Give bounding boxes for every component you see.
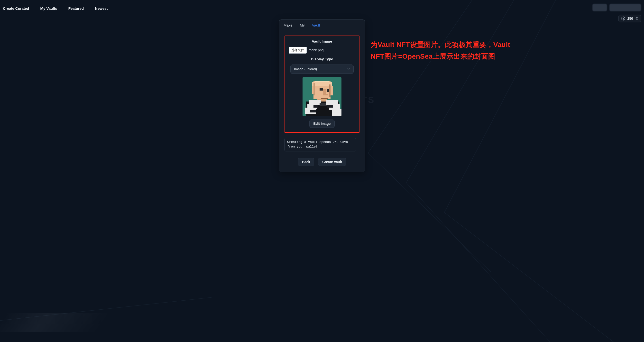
edit-image-button[interactable]: Edit Image: [309, 120, 335, 128]
svg-rect-23: [327, 105, 333, 108]
nav-newest[interactable]: Newest: [94, 6, 109, 11]
top-right-actions: [592, 4, 641, 11]
highlight-box: Vault Image 选择文件 monk.png Display Type I…: [284, 36, 360, 133]
svg-rect-8: [323, 89, 326, 96]
annotation-text: 为Vault NFT设置图片。此项极其重要，Vault NFT图片=OpenSe…: [371, 39, 512, 62]
file-chooser: 选择文件 monk.png: [289, 47, 324, 54]
card-tabs: Make My Vault: [279, 20, 365, 30]
svg-rect-10: [321, 98, 328, 99]
svg-rect-21: [332, 109, 342, 116]
background-streak: [0, 313, 108, 332]
back-button[interactable]: Back: [298, 158, 314, 166]
tab-my[interactable]: My: [299, 22, 306, 30]
nav-featured[interactable]: Featured: [68, 6, 85, 11]
svg-rect-12: [314, 83, 315, 96]
chosen-file-name: monk.png: [308, 48, 324, 52]
display-type-select[interactable]: Image (upload): [290, 64, 354, 74]
display-type-label: Display Type: [311, 57, 333, 61]
tab-make[interactable]: Make: [282, 22, 294, 30]
spend-notice: Creating a vault spends 250 Coval from y…: [284, 138, 356, 152]
nav-my-vaults[interactable]: My Vaults: [40, 6, 58, 11]
create-vault-button[interactable]: Create Vault: [318, 158, 346, 166]
cube-icon: [621, 16, 626, 21]
svg-rect-6: [320, 88, 323, 90]
card-footer-actions: Back Create Vault: [284, 158, 360, 166]
vault-card: Make My Vault Vault Image 选择文件 monk.png …: [279, 20, 365, 172]
external-link-icon: [636, 17, 638, 20]
svg-rect-4: [312, 82, 332, 86]
svg-rect-9: [326, 94, 328, 96]
chevron-down-icon: [347, 68, 350, 71]
vault-image-label: Vault Image: [312, 39, 332, 43]
top-nav: Create Curated My Vaults Featured Newest: [2, 6, 109, 11]
choose-file-button[interactable]: 选择文件: [289, 47, 307, 54]
card-body: Vault Image 选择文件 monk.png Display Type I…: [279, 30, 365, 172]
coval-badge[interactable]: 250: [618, 14, 641, 22]
coval-amount: 250: [628, 16, 633, 20]
svg-rect-24: [310, 110, 316, 112]
svg-rect-11: [329, 84, 330, 97]
svg-rect-5: [315, 81, 329, 82]
image-preview: [302, 77, 342, 116]
svg-rect-22: [314, 105, 318, 108]
svg-rect-3: [330, 86, 333, 96]
nav-create-curated[interactable]: Create Curated: [2, 6, 30, 11]
header-pill-a[interactable]: [592, 4, 607, 11]
display-type-value: Image (upload): [294, 67, 317, 71]
header-pill-b[interactable]: [610, 4, 641, 11]
tab-vault[interactable]: Vault: [311, 22, 321, 30]
